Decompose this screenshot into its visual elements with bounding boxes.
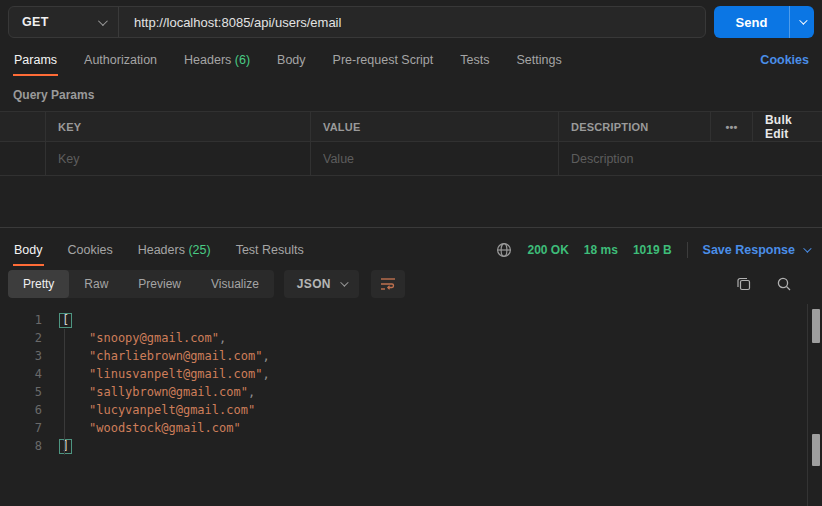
tab-response-body[interactable]: Body xyxy=(13,237,44,266)
chevron-down-icon xyxy=(799,16,807,24)
query-params-title: Query Params xyxy=(0,76,822,111)
cookies-link[interactable]: Cookies xyxy=(760,53,809,76)
json-string-value: "linusvanpelt@gmail.com" xyxy=(89,367,262,381)
tab-label: Body xyxy=(277,53,306,67)
line-number: 6 xyxy=(0,401,42,419)
bulk-edit-button[interactable]: Bulk Edit xyxy=(765,113,810,141)
tab-label: Headers xyxy=(184,53,231,67)
send-button[interactable]: Send xyxy=(714,6,789,38)
bracket-match-highlight: [ xyxy=(59,313,72,328)
tab-label: Test Results xyxy=(236,243,304,257)
response-size[interactable]: 1019 B xyxy=(633,243,672,257)
tab-label: Params xyxy=(14,53,57,67)
code-line: 2 "snoopy@gmail.com", xyxy=(0,329,822,347)
tab-response-cookies[interactable]: Cookies xyxy=(67,237,114,266)
tab-settings[interactable]: Settings xyxy=(515,47,562,76)
network-globe-icon[interactable] xyxy=(496,242,512,258)
request-tabs: Params Authorization Headers (6) Body Pr… xyxy=(0,44,822,76)
save-response-button[interactable]: Save Response xyxy=(703,243,809,257)
method-url-group: GET xyxy=(8,6,706,38)
response-toolbar: Pretty Raw Preview Visualize JSON xyxy=(0,266,822,304)
url-input[interactable] xyxy=(119,7,705,37)
description-cell xyxy=(558,142,822,175)
json-string-value: "sallybrown@gmail.com" xyxy=(89,385,248,399)
more-options-icon[interactable]: ••• xyxy=(710,112,752,141)
method-label: GET xyxy=(22,15,49,29)
view-mode-preview[interactable]: Preview xyxy=(123,270,196,298)
bulk-edit-cell: Bulk Edit xyxy=(752,112,822,141)
code-line: 5 "sallybrown@gmail.com", xyxy=(0,383,822,401)
scrollbar-thumb[interactable] xyxy=(812,434,820,466)
tab-test-results[interactable]: Test Results xyxy=(235,237,305,266)
view-mode-raw[interactable]: Raw xyxy=(69,270,123,298)
description-input[interactable] xyxy=(559,142,822,175)
save-response-label: Save Response xyxy=(703,243,795,257)
chevron-down-icon xyxy=(98,16,108,26)
response-time[interactable]: 18 ms xyxy=(584,243,618,257)
json-string-value: "snoopy@gmail.com" xyxy=(89,331,219,345)
send-button-group: Send xyxy=(714,6,814,38)
chevron-down-icon xyxy=(803,244,811,252)
request-url-row: GET Send xyxy=(0,0,822,44)
tab-pre-request-script[interactable]: Pre-request Script xyxy=(332,47,435,76)
tab-response-headers[interactable]: Headers (25) xyxy=(137,237,212,266)
format-selector[interactable]: JSON xyxy=(284,270,359,298)
column-header-value: VALUE xyxy=(310,112,558,141)
line-number: 8 xyxy=(0,437,42,455)
send-options-button[interactable] xyxy=(789,6,814,38)
json-string-value: "lucyvanpelt@gmail.com" xyxy=(89,403,255,417)
tab-label: Cookies xyxy=(68,243,113,257)
code-line: 3 "charliebrown@gmail.com", xyxy=(0,347,822,365)
status-badge[interactable]: 200 OK xyxy=(527,243,568,257)
json-comma: , xyxy=(262,349,269,363)
query-params-input-row xyxy=(0,142,822,176)
code-line: 8 ] xyxy=(0,437,822,455)
tab-tests[interactable]: Tests xyxy=(459,47,490,76)
response-body-editor[interactable]: 1 [ 2 "snoopy@gmail.com", 3 "charliebrow… xyxy=(0,304,822,506)
json-string-value: "woodstock@gmail.com" xyxy=(89,421,241,435)
query-params-header-row: KEY VALUE DESCRIPTION ••• Bulk Edit xyxy=(0,111,822,142)
key-input[interactable] xyxy=(46,142,310,175)
json-comma: , xyxy=(219,331,226,345)
code-line: 4 "linusvanpelt@gmail.com", xyxy=(0,365,822,383)
json-comma: , xyxy=(262,367,269,381)
scrollbar-thumb[interactable] xyxy=(812,309,820,343)
toolbar-icons xyxy=(736,276,814,292)
row-gutter xyxy=(0,112,45,141)
row-gutter xyxy=(0,142,45,175)
tab-body[interactable]: Body xyxy=(276,47,307,76)
view-mode-pretty[interactable]: Pretty xyxy=(8,270,69,298)
bracket-match-highlight: ] xyxy=(59,439,72,454)
code-line: 6 "lucyvanpelt@gmail.com" xyxy=(0,401,822,419)
tab-params[interactable]: Params xyxy=(13,47,58,76)
line-number: 1 xyxy=(0,311,42,329)
response-meta: 200 OK 18 ms 1019 B Save Response xyxy=(496,242,809,266)
meta-divider xyxy=(687,242,688,258)
key-cell xyxy=(45,142,310,175)
code-line: 7 "woodstock@gmail.com" xyxy=(0,419,822,437)
line-number: 3 xyxy=(0,347,42,365)
copy-icon[interactable] xyxy=(736,276,752,292)
value-input[interactable] xyxy=(311,142,558,175)
column-header-description: DESCRIPTION xyxy=(558,112,710,141)
indent-guide xyxy=(64,329,65,455)
line-number: 4 xyxy=(0,365,42,383)
method-selector[interactable]: GET xyxy=(9,7,119,37)
scrollbar-track[interactable] xyxy=(807,304,822,506)
wrap-text-button[interactable] xyxy=(371,270,405,298)
tab-label: Tests xyxy=(460,53,489,67)
line-number: 5 xyxy=(0,383,42,401)
tab-headers[interactable]: Headers (6) xyxy=(183,47,251,76)
json-string-value: "charliebrown@gmail.com" xyxy=(89,349,262,363)
tab-label: Body xyxy=(14,243,43,257)
chevron-down-icon xyxy=(340,278,348,286)
code-line: 1 [ xyxy=(0,311,822,329)
tab-label: Authorization xyxy=(84,53,157,67)
search-icon[interactable] xyxy=(776,276,792,292)
tab-authorization[interactable]: Authorization xyxy=(83,47,158,76)
wrap-text-icon xyxy=(380,277,396,291)
value-cell xyxy=(310,142,558,175)
line-number: 7 xyxy=(0,419,42,437)
view-mode-visualize[interactable]: Visualize xyxy=(196,270,274,298)
view-mode-switcher: Pretty Raw Preview Visualize xyxy=(8,270,274,298)
